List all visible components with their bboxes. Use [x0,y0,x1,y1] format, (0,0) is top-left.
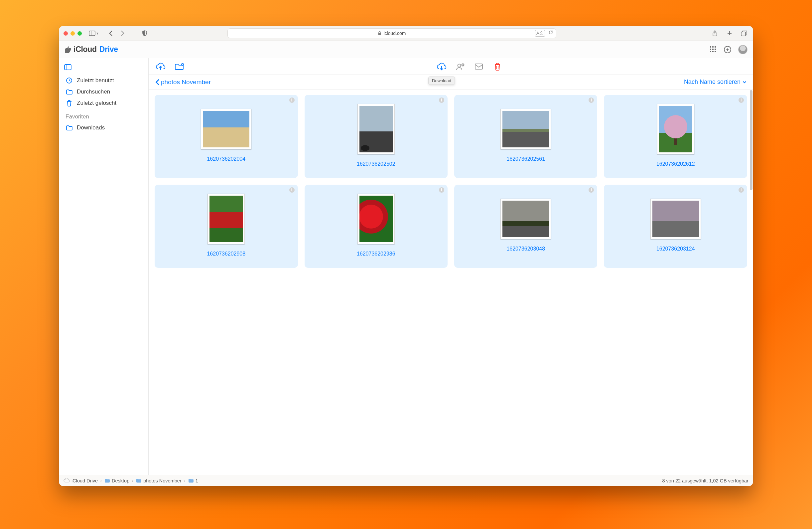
path-segment[interactable]: photos November [136,478,181,483]
sort-label: Nach Name sortieren [684,78,740,86]
icloud-drive-brand[interactable]: iCloud Drive [65,45,118,54]
file-name: 1620736202908 [207,251,245,257]
file-name: 1620736202986 [357,251,395,257]
download-button[interactable]: Download [436,61,447,72]
path-segment[interactable]: Desktop [104,478,129,483]
tabs-overview-icon[interactable] [740,29,749,38]
file-card[interactable]: i1620736202004 [155,95,298,178]
lock-icon [378,31,381,35]
chevron-down-icon[interactable]: ▼ [96,32,99,35]
reload-icon[interactable] [548,30,553,37]
file-card[interactable]: i1620736203048 [454,185,597,268]
path-label: 1 [195,478,198,483]
file-grid: i1620736202004i1620736202502i16207362025… [155,95,747,268]
sidebar-item-1[interactable]: Durchsuchen [62,86,145,98]
thumbnail [358,194,395,244]
sidebar-favorite-0[interactable]: Downloads [62,122,145,133]
file-grid-scroll[interactable]: i1620736202004i1620736202502i16207362025… [149,89,753,475]
sidebar-item-label: Zuletzt benutzt [77,77,114,84]
favorites-header: Favoriten [62,109,145,122]
thumbnail [501,109,551,149]
file-card[interactable]: i1620736202612 [604,95,747,178]
new-tab-icon[interactable] [725,29,734,38]
new-folder-button[interactable] [174,61,185,72]
thumbnail [657,104,694,154]
info-icon[interactable]: i [439,187,444,192]
svg-rect-7 [64,65,71,70]
path-segment[interactable]: 1 [188,478,198,483]
path-label: photos November [143,478,181,483]
translate-icon[interactable]: A文 [535,30,545,37]
chevron-right-icon: › [184,478,186,483]
info-icon[interactable]: i [589,98,594,103]
download-tooltip: Download [428,76,455,85]
add-circle-icon[interactable]: + [724,46,731,53]
upload-button[interactable] [155,61,166,72]
back-button[interactable]: photos November [155,78,211,86]
info-icon[interactable]: i [439,98,444,103]
privacy-shield-icon[interactable] [140,29,149,38]
file-name: 1620736203124 [656,246,695,252]
chevron-right-icon: › [131,478,134,483]
thumbnail [358,104,395,154]
file-name: 1620736202561 [506,156,545,162]
file-name: 1620736202004 [207,156,245,162]
file-card[interactable]: i1620736203124 [604,185,747,268]
share-people-button[interactable] [455,61,465,72]
file-card[interactable]: i1620736202561 [454,95,597,178]
safari-window: ▼ icloud.com A文 [59,26,753,486]
file-name: 1620736202502 [357,161,395,167]
thumbnail [201,109,251,149]
fullscreen-window-button[interactable] [77,31,82,35]
address-bar-domain: icloud.com [383,31,406,36]
status-text: 8 von 22 ausgewählt, 1,02 GB verfügbar [662,478,749,483]
nav-back-button[interactable] [106,29,115,38]
main-area: Zuletzt benutztDurchsuchenZuletzt gelösc… [59,58,753,475]
account-avatar[interactable] [739,45,747,54]
browser-titlebar: ▼ icloud.com A文 [59,26,753,41]
file-name: 1620736202612 [656,161,695,167]
thumbnail [650,199,701,239]
sidebar-item-label: Downloads [77,125,105,131]
svg-rect-2 [378,33,381,35]
sidebar-item-2[interactable]: Zuletzt gelöscht [62,98,145,109]
close-window-button[interactable] [63,31,68,35]
path-label: Desktop [112,478,129,483]
svg-rect-0 [89,31,95,35]
info-icon[interactable]: i [739,187,744,192]
info-icon[interactable]: i [739,98,744,103]
sidebar-collapse-icon[interactable] [64,64,144,70]
file-name: 1620736203048 [506,246,545,252]
file-card[interactable]: i1620736202908 [155,185,298,268]
back-label: photos November [161,78,211,86]
info-icon[interactable]: i [289,187,295,192]
svg-rect-19 [475,64,482,69]
folder-icon [66,125,73,131]
delete-button[interactable] [492,61,503,72]
file-card[interactable]: i1620736202986 [305,185,448,268]
apps-grid-icon[interactable] [710,46,716,53]
path-segment[interactable]: iCloud Drive [63,478,98,483]
brand-icloud: iCloud [73,45,97,54]
nav-forward-button[interactable] [118,29,127,38]
folder-icon [188,478,193,483]
sidebar-toggle-icon[interactable] [88,29,97,38]
minimize-window-button[interactable] [71,31,75,35]
info-icon[interactable]: i [289,98,295,103]
sort-button[interactable]: Nach Name sortieren [684,78,746,86]
file-card[interactable]: i1620736202502 [305,95,448,178]
sidebar-item-0[interactable]: Zuletzt benutzt [62,75,145,86]
address-bar[interactable]: icloud.com A文 [228,28,556,38]
apple-logo-icon [65,46,71,53]
mail-button[interactable] [474,61,484,72]
content-pane: Download photos Novem [149,58,753,475]
scrollbar-thumb[interactable] [750,90,753,190]
window-controls [63,31,82,35]
path-bar: iCloud Drive›Desktop›photos November›1 8… [59,475,753,486]
thumbnail [207,194,245,244]
icloud-header: iCloud Drive + [59,41,753,58]
share-icon[interactable] [711,29,719,38]
sidebar: Zuletzt benutztDurchsuchenZuletzt gelösc… [59,58,149,475]
info-icon[interactable]: i [589,187,594,192]
brand-drive: Drive [99,45,118,54]
